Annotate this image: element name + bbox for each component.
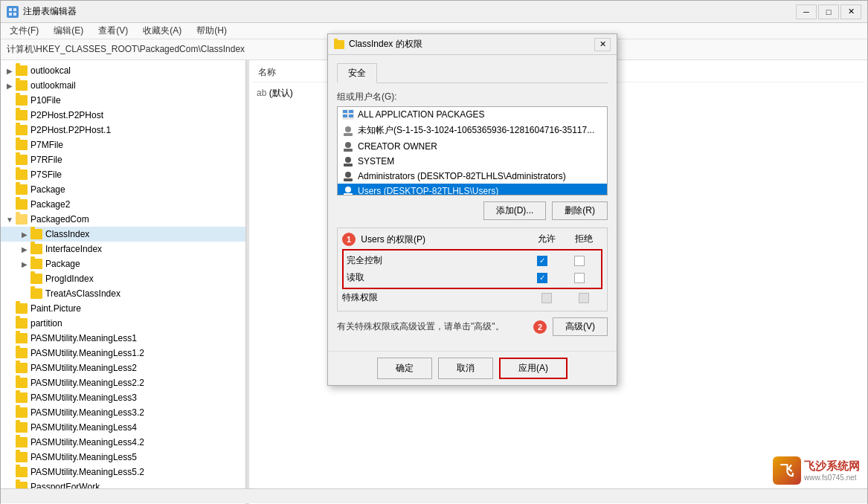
folder-icon [16,199,28,210]
close-button[interactable]: ✕ [840,4,861,19]
menu-favorites[interactable]: 收藏夹(A) [137,23,187,39]
tree-arrow: ▶ [19,228,30,240]
tab-bar: 安全 [337,62,608,83]
tree-item-treatasclassindex[interactable]: TreatAsClassIndex [1,286,245,301]
perm-allow-full-control[interactable] [524,256,561,266]
tree-item-p2phost[interactable]: P2PHost.P2PHost [1,108,245,123]
tree-item-progidindex[interactable]: ProgIdIndex [1,271,245,286]
remove-user-button[interactable]: 删除(R) [552,201,608,220]
tree-item-pasm2[interactable]: PASMUtility.MeaningLess2 [1,361,245,375]
tree-item-package-child[interactable]: ▶ Package [1,256,245,271]
folder-icon [30,259,42,269]
tree-item-pasm3[interactable]: PASMUtility.MeaningLess3 [1,390,245,405]
dialog-content: 安全 组或用户名(G): ALL APPLICATION PACKAGES [328,55,617,351]
tree-item-outlookcal[interactable]: ▶ outlookcal [1,63,245,78]
watermark-brand: 飞沙系统网 www.fs0745.net [804,459,860,482]
checkbox-allow-read[interactable] [537,273,547,283]
checkbox-allow-full-control[interactable] [537,256,547,266]
tree-item-pasm32[interactable]: PASMUtility.MeaningLess3.2 [1,405,245,420]
tree-item-interfaceindex[interactable]: ▶ InterfaceIndex [1,242,245,256]
tree-arrow [4,436,16,448]
tree-item-paintpicture[interactable]: Paint.Picture [1,301,245,316]
tree-item-pasm4[interactable]: PASMUtility.MeaningLess4 [1,420,245,435]
folder-icon [16,452,28,462]
perm-deny-read[interactable] [561,273,598,283]
tree-item-p7mfile[interactable]: P7MFile [1,138,245,152]
tree-arrow [4,317,16,329]
menu-view[interactable]: 查看(V) [92,23,134,39]
permissions-dialog: ClassIndex 的权限 ✕ 安全 组或用户名(G): [327,33,617,386]
apply-button[interactable]: 应用(A) [499,358,568,379]
tree-item-package[interactable]: Package [1,182,245,197]
tree-item-p10file[interactable]: P10File [1,93,245,108]
folder-icon [16,467,28,477]
tab-security[interactable]: 安全 [337,63,377,83]
menu-file[interactable]: 文件(F) [4,23,45,39]
user-icon [342,171,354,181]
tree-item-pasm12[interactable]: PASMUtility.MeaningLess1.2 [1,346,245,361]
folder-icon [16,333,28,343]
title-bar: 注册表编辑器 ─ □ ✕ [1,1,867,23]
svg-point-9 [345,126,351,132]
dialog-close-button[interactable]: ✕ [594,38,611,51]
user-listbox[interactable]: ALL APPLICATION PACKAGES 未知帐户(S-1-15-3-1… [337,106,608,196]
tree-arrow [4,407,16,419]
folder-icon [16,169,28,180]
tree-item-p7rfile[interactable]: P7RFile [1,152,245,167]
tree-panel[interactable]: ▶ outlookcal ▶ outlookmail P10File P2PHo… [1,60,246,504]
svg-rect-6 [349,110,353,113]
add-user-button[interactable]: 添加(D)... [483,201,547,220]
app-icon [7,6,19,18]
svg-rect-14 [344,164,353,167]
folder-icon [30,229,42,239]
user-icon [342,186,354,196]
tree-item-p7sfile[interactable]: P7SFile [1,167,245,182]
user-item-all-app-packages[interactable]: ALL APPLICATION PACKAGES [338,107,607,122]
advanced-button[interactable]: 高级(V) [553,317,608,336]
folder-icon [16,155,28,165]
tree-item-outlookmail[interactable]: ▶ outlookmail [1,78,245,93]
svg-rect-10 [344,133,353,136]
cancel-button[interactable]: 取消 [438,358,493,379]
user-icon [342,109,354,120]
perm-allow-read[interactable] [524,273,561,283]
maximize-button[interactable]: □ [818,4,839,19]
user-item-unknown[interactable]: 未知帐户(S-1-15-3-1024-1065365936-1281604716… [338,122,607,139]
folder-icon [16,422,28,433]
perm-deny-full-control[interactable] [561,256,598,266]
svg-point-17 [345,187,351,193]
svg-point-11 [345,142,351,148]
tree-item-pasm1[interactable]: PASMUtility.MeaningLess1 [1,331,245,346]
tree-item-pasm52[interactable]: PASMUtility.MeaningLess5.2 [1,465,245,479]
ok-button[interactable]: 确定 [377,358,432,379]
user-item-users[interactable]: Users (DESKTOP-82TLHLS\Users) [338,184,607,196]
dialog-folder-icon [334,40,344,49]
tree-item-pasm22[interactable]: PASMUtility.MeaningLess2.2 [1,375,245,390]
menu-help[interactable]: 帮助(H) [190,23,233,39]
user-item-administrators[interactable]: Administrators (DESKTOP-82TLHLS\Administ… [338,169,607,184]
tree-item-partition[interactable]: partition [1,316,245,331]
folder-icon [30,274,42,284]
user-item-creator-owner[interactable]: CREATOR OWNER [338,139,607,154]
tree-item-classindex[interactable]: ▶ ClassIndex [1,227,245,242]
minimize-button[interactable]: ─ [796,4,817,19]
tree-arrow [4,421,16,433]
tree-item-packagedcom[interactable]: ▼ PackagedCom [1,212,245,227]
checkbox-deny-read[interactable] [574,273,585,283]
tree-arrow: ▶ [4,65,16,77]
tree-item-package2[interactable]: Package2 [1,197,245,212]
tree-item-pasm42[interactable]: PASMUtility.MeaningLess4.2 [1,435,245,450]
tree-item-pasm5[interactable]: PASMUtility.MeaningLess5 [1,450,245,465]
menu-edit[interactable]: 编辑(E) [48,23,89,39]
user-item-system[interactable]: SYSTEM [338,154,607,169]
tree-arrow [4,198,16,210]
tree-item-p2phost1[interactable]: P2PHost.P2PHost.1 [1,123,245,138]
tree-arrow [4,303,16,314]
svg-rect-16 [344,178,353,181]
folder-icon [16,378,28,388]
window-title: 注册表编辑器 [23,5,77,18]
checkbox-deny-full-control[interactable] [574,256,585,266]
svg-rect-1 [13,8,16,11]
folder-icon [16,125,28,135]
tree-arrow [4,184,16,196]
